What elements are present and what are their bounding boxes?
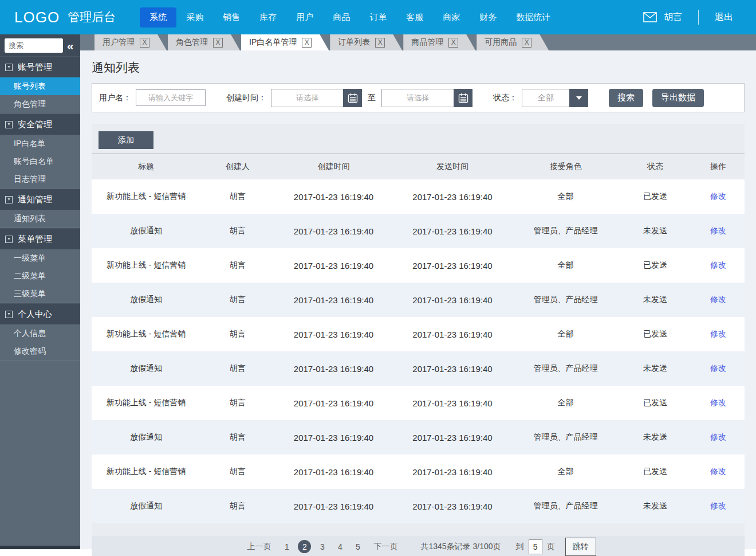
sidebar-section-header-personal[interactable]: ▾ 个人中心 — [0, 303, 80, 324]
table-row: 放假通知 胡言 2017-01-23 16:19:40 2017-01-23 1… — [92, 489, 745, 523]
nav-item[interactable]: 系统 — [140, 7, 176, 28]
close-icon[interactable]: X — [140, 38, 149, 48]
username-input[interactable] — [136, 89, 206, 106]
collapse-square-icon: ▾ — [5, 311, 13, 318]
edit-link[interactable]: 修改 — [710, 398, 726, 407]
sidebar-item-menu-level-3[interactable]: 三级菜单 — [0, 285, 80, 303]
tab[interactable]: 可用商品 X — [477, 34, 549, 50]
tab[interactable]: IP白名单管理 X — [241, 34, 329, 50]
tab[interactable]: 订单列表 X — [330, 34, 402, 50]
cell-creator: 胡言 — [200, 398, 275, 408]
sidebar-item-menu-level-2[interactable]: 二级菜单 — [0, 267, 80, 285]
app-title: 管理后台 — [68, 9, 116, 25]
edit-link[interactable]: 修改 — [710, 501, 726, 510]
cell-creator: 胡言 — [200, 501, 275, 511]
cell-created: 2017-01-23 16:19:40 — [275, 364, 392, 374]
cell-roles: 全部 — [513, 260, 619, 271]
nav-item[interactable]: 采购 — [176, 7, 213, 28]
cell-sent: 2017-01-23 16:19:40 — [392, 502, 513, 511]
sidebar-item-change-password[interactable]: 修改密码 — [0, 342, 80, 360]
edit-link[interactable]: 修改 — [710, 260, 726, 269]
sidebar-section-header-security[interactable]: ▾ 安全管理 — [0, 113, 80, 135]
date-to-picker-button[interactable] — [454, 89, 472, 107]
sidebar-item-log-management[interactable]: 日志管理 — [0, 170, 80, 188]
pagination: 上一页 1 2 3 4 5 下一页 — [92, 536, 745, 556]
goto-page-input[interactable] — [529, 539, 542, 554]
page-number[interactable]: 1 — [280, 540, 293, 553]
cell-created: 2017-01-23 16:19:40 — [275, 502, 392, 511]
nav-item[interactable]: 订单 — [360, 7, 396, 28]
tab-label: 订单列表 — [338, 37, 370, 48]
nav-item[interactable]: 数据统计 — [506, 7, 560, 28]
sidebar-item-notification-list[interactable]: 通知列表 — [0, 210, 80, 228]
nav-item[interactable]: 用户 — [286, 7, 323, 28]
next-page-button[interactable]: 下一页 — [373, 542, 397, 552]
export-data-button[interactable]: 导出数据 — [652, 89, 704, 107]
nav-item[interactable]: 财务 — [470, 7, 506, 28]
sidebar-search-row: « — [0, 34, 80, 56]
edit-link[interactable]: 修改 — [710, 329, 726, 338]
status-select[interactable]: 全部 — [522, 89, 588, 107]
tab[interactable]: 商品管理 X — [403, 34, 475, 50]
cell-sent: 2017-01-23 16:19:40 — [392, 226, 513, 236]
edit-link[interactable]: 修改 — [710, 226, 726, 235]
page-number[interactable]: 2 — [298, 540, 311, 553]
cell-sent: 2017-01-23 16:19:40 — [392, 330, 513, 339]
page-number[interactable]: 4 — [333, 540, 346, 553]
cell-title: 新功能上线 - 短信营销 — [92, 467, 200, 477]
date-to-input[interactable] — [381, 89, 454, 107]
edit-link[interactable]: 修改 — [710, 295, 726, 304]
nav-item[interactable]: 商品 — [323, 7, 360, 28]
close-icon[interactable]: X — [448, 38, 458, 48]
prev-page-button[interactable]: 上一页 — [247, 542, 271, 552]
page-unit-label: 页 — [547, 542, 555, 552]
current-user[interactable]: 胡言 — [664, 11, 682, 24]
topbar-divider — [698, 10, 699, 25]
sidebar-section-header-account[interactable]: ▾ 账号管理 — [0, 56, 80, 77]
sidebar-section-header-notification[interactable]: ▾ 通知管理 — [0, 189, 80, 210]
nav-item[interactable]: 销售 — [213, 7, 250, 28]
date-from-picker-button[interactable] — [343, 89, 362, 107]
edit-link[interactable]: 修改 — [710, 191, 726, 201]
cell-status: 未发送 — [619, 501, 692, 511]
tab[interactable]: 用户管理 X — [94, 34, 167, 50]
close-icon[interactable]: X — [522, 38, 531, 48]
cell-creator: 胡言 — [200, 260, 275, 271]
sidebar-section-header-menu[interactable]: ▾ 菜单管理 — [0, 228, 80, 249]
date-from-input[interactable] — [271, 89, 343, 107]
logout-button[interactable]: 退出 — [715, 11, 733, 24]
nav-item[interactable]: 客服 — [396, 7, 433, 28]
sidebar-search-input[interactable] — [5, 38, 63, 53]
edit-link[interactable]: 修改 — [710, 467, 726, 476]
close-icon[interactable]: X — [375, 38, 385, 48]
status-select-button[interactable] — [569, 89, 588, 107]
page-number[interactable]: 5 — [351, 540, 364, 553]
nav-item[interactable]: 商家 — [433, 7, 470, 28]
page-title: 通知列表 — [92, 60, 745, 76]
sidebar-item-ip-whitelist[interactable]: IP白名单 — [0, 135, 80, 152]
filter-panel: 用户名： 创建时间： — [92, 83, 745, 112]
edit-link[interactable]: 修改 — [710, 432, 726, 441]
sidebar-item-account-whitelist[interactable]: 账号白名单 — [0, 152, 80, 170]
tab[interactable]: 角色管理 X — [168, 34, 240, 50]
table-row: 新功能上线 - 短信营销 胡言 2017-01-23 16:19:40 2017… — [92, 179, 745, 214]
cell-sent: 2017-01-23 16:19:40 — [392, 433, 513, 443]
jump-button[interactable]: 跳转 — [565, 538, 596, 556]
close-icon[interactable]: X — [302, 38, 312, 48]
close-icon[interactable]: X — [213, 38, 223, 48]
collapse-sidebar-icon[interactable]: « — [67, 40, 74, 52]
status-label: 状态： — [493, 93, 517, 103]
add-button[interactable]: 添加 — [99, 131, 153, 149]
search-button[interactable]: 搜索 — [609, 89, 643, 107]
cell-creator: 胡言 — [200, 226, 275, 236]
edit-link[interactable]: 修改 — [710, 363, 726, 373]
sidebar-item-profile[interactable]: 个人信息 — [0, 324, 80, 342]
nav-item[interactable]: 库存 — [250, 7, 286, 28]
sidebar-section-menu: ▾ 菜单管理 一级菜单 二级菜单 三级菜单 — [0, 228, 80, 303]
mail-icon[interactable] — [643, 12, 657, 22]
sidebar-item-menu-level-1[interactable]: 一级菜单 — [0, 249, 80, 267]
sidebar-item-account-list[interactable]: 账号列表 — [0, 77, 80, 95]
sidebar: « ▾ 账号管理 账号列表 角色管理 ▾ 安全管理 IP白名单 账号白名单 日志… — [0, 34, 80, 549]
sidebar-item-role-management[interactable]: 角色管理 — [0, 95, 80, 113]
page-number[interactable]: 3 — [316, 540, 329, 553]
